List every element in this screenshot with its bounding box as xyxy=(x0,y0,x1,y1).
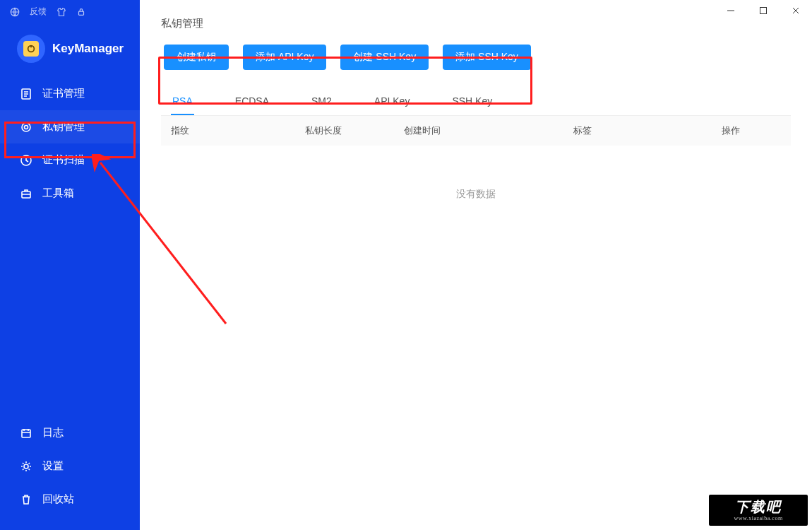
col-tags: 标签 xyxy=(573,124,722,137)
sidebar-item-label: 回收站 xyxy=(42,493,74,506)
gear-icon xyxy=(20,460,32,473)
sidebar-item-label: 证书管理 xyxy=(42,87,85,100)
brand-logo xyxy=(17,35,45,63)
empty-state: 没有数据 xyxy=(161,146,791,229)
tab-ecdsa[interactable]: ECDSA xyxy=(234,88,270,115)
maximize-button[interactable] xyxy=(747,0,780,21)
svg-rect-11 xyxy=(760,8,767,14)
sidebar-item-label: 私钥管理 xyxy=(42,120,85,134)
close-button[interactable] xyxy=(780,0,812,21)
tab-ssh-key[interactable]: SSH Key xyxy=(450,88,494,115)
app-title: KeyManager xyxy=(52,42,124,56)
feedback-link[interactable]: 反馈 xyxy=(30,6,47,18)
sidebar-item-label: 设置 xyxy=(42,459,64,473)
sidebar-item-toolbox[interactable]: 工具箱 xyxy=(0,177,140,210)
toolbox-icon xyxy=(20,187,32,200)
svg-rect-9 xyxy=(22,430,30,437)
svg-rect-1 xyxy=(79,11,84,15)
tab-api-key[interactable]: API Key xyxy=(373,88,412,115)
svg-rect-3 xyxy=(30,46,32,48)
document-icon xyxy=(20,88,32,100)
sidebar-item-label: 证书扫描 xyxy=(42,153,85,167)
watermark-url: www.xiazaiba.com xyxy=(734,515,782,522)
watermark: 下载吧 www.xiazaiba.com xyxy=(709,495,808,526)
main-content: 私钥管理 创建私钥 添加 API Key 创建 SSH Key 添加 SSH K… xyxy=(140,0,812,530)
sidebar-item-logs[interactable]: 日志 xyxy=(0,416,140,449)
sidebar-item-trash[interactable]: 回收站 xyxy=(0,483,140,516)
tab-sm2[interactable]: SM2 xyxy=(310,88,333,115)
sidebar: 反馈 KeyManager 证书管理 私钥管理 证书扫描 xyxy=(0,0,140,530)
create-private-key-button[interactable]: 创建私钥 xyxy=(164,45,229,70)
col-created-time: 创建时间 xyxy=(404,124,573,137)
watermark-title: 下载吧 xyxy=(735,500,782,514)
col-actions: 操作 xyxy=(722,124,781,137)
add-ssh-key-button[interactable]: 添加 SSH Key xyxy=(443,45,531,70)
add-api-key-button[interactable]: 添加 API Key xyxy=(243,45,326,70)
sidebar-item-settings[interactable]: 设置 xyxy=(0,449,140,483)
svg-point-10 xyxy=(24,464,28,469)
globe-icon[interactable] xyxy=(10,7,20,17)
lock-icon[interactable] xyxy=(76,7,86,17)
minimize-button[interactable] xyxy=(715,0,747,21)
sidebar-item-cert-manage[interactable]: 证书管理 xyxy=(0,77,140,110)
tab-rsa[interactable]: RSA xyxy=(171,88,194,115)
col-key-length: 私钥长度 xyxy=(305,124,404,137)
nav-bottom: 日志 设置 回收站 xyxy=(0,416,140,530)
svg-point-6 xyxy=(25,125,28,129)
target-icon xyxy=(20,121,32,134)
window-controls xyxy=(715,0,812,21)
sidebar-item-label: 日志 xyxy=(42,426,64,440)
key-type-tabs: RSA ECDSA SM2 API Key SSH Key xyxy=(161,88,791,116)
sidebar-item-cert-scan[interactable]: 证书扫描 xyxy=(0,143,140,177)
action-button-row: 创建私钥 添加 API Key 创建 SSH Key 添加 SSH Key xyxy=(161,42,791,73)
clock-icon xyxy=(20,154,32,167)
col-fingerprint: 指纹 xyxy=(171,124,305,137)
create-ssh-key-button[interactable]: 创建 SSH Key xyxy=(340,45,429,70)
trash-icon xyxy=(20,493,32,506)
top-icon-row: 反馈 xyxy=(0,0,140,22)
page-title: 私钥管理 xyxy=(161,17,791,30)
sidebar-item-label: 工具箱 xyxy=(42,187,74,200)
brand: KeyManager xyxy=(0,22,140,77)
sidebar-item-key-manage[interactable]: 私钥管理 xyxy=(0,110,140,143)
table-header: 指纹 私钥长度 创建时间 标签 操作 xyxy=(161,116,791,146)
calendar-icon xyxy=(20,427,32,440)
tshirt-icon[interactable] xyxy=(56,7,66,17)
svg-point-5 xyxy=(22,123,30,131)
nav-main: 证书管理 私钥管理 证书扫描 工具箱 xyxy=(0,77,140,210)
